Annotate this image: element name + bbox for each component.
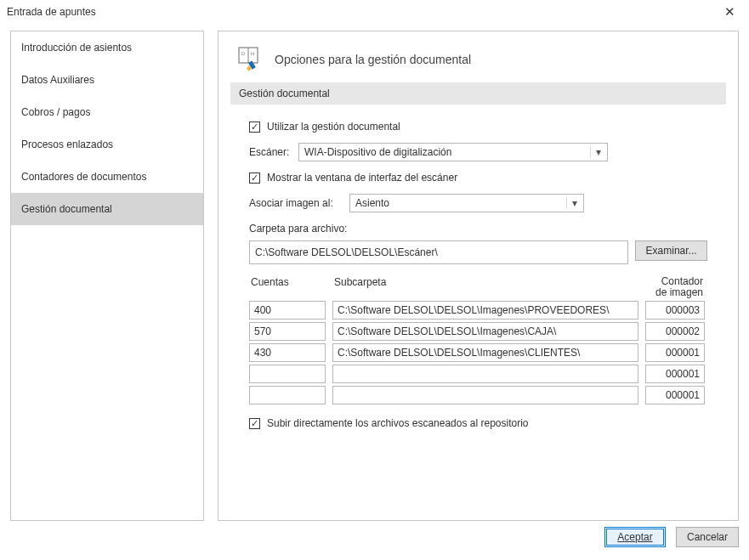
svg-text:H: H <box>251 51 254 56</box>
combo-asociar[interactable]: Asiento ▾ <box>349 194 584 212</box>
window-title: Entrada de apuntes <box>7 6 96 18</box>
cell-cuenta[interactable]: 430 <box>249 343 326 362</box>
cell-contador[interactable]: 000003 <box>645 301 705 320</box>
chevron-down-icon: ▾ <box>590 146 604 158</box>
combo-scanner[interactable]: WIA-Dispositivo de digitalización ▾ <box>298 143 608 161</box>
cell-cuenta[interactable]: 400 <box>249 301 326 320</box>
sidebar-item-cobros-pagos[interactable]: Cobros / pagos <box>11 96 203 128</box>
browse-button[interactable]: Examinar... <box>635 240 707 261</box>
section-header: Gestión documental <box>230 82 726 105</box>
combo-scanner-value: WIA-Dispositivo de digitalización <box>304 146 451 158</box>
document-scan-icon: D H <box>237 47 263 72</box>
combo-asociar-value: Asiento <box>355 197 389 209</box>
col-header-cuentas: Cuentas <box>249 276 326 298</box>
cell-subcarpeta[interactable]: C:\Software DELSOL\DELSOL\Imagenes\CLIEN… <box>332 343 638 362</box>
checkbox-show-interface[interactable] <box>249 173 260 184</box>
accept-button[interactable]: Aceptar <box>604 527 666 547</box>
svg-text:D: D <box>241 51 246 56</box>
label-asociar: Asociar imagen al: <box>249 197 343 209</box>
cell-subcarpeta[interactable] <box>332 365 638 383</box>
label-show-interface: Mostrar la ventana de interfaz del escán… <box>267 172 457 184</box>
accounts-grid: Cuentas Subcarpeta Contador de imagen 40… <box>249 276 707 404</box>
chevron-down-icon: ▾ <box>566 197 580 209</box>
label-folder: Carpeta para archivo: <box>249 223 347 235</box>
label-upload-repository: Subir directamente los archivos escanead… <box>267 417 529 429</box>
content-panel: D H Opciones para la gestión documental … <box>218 31 739 521</box>
cell-cuenta[interactable] <box>249 386 326 404</box>
cell-cuenta[interactable]: 570 <box>249 322 326 341</box>
sidebar-item-procesos-enlazados[interactable]: Procesos enlazados <box>11 128 203 161</box>
sidebar-item-gestion-documental[interactable]: Gestión documental <box>11 193 203 225</box>
cell-subcarpeta[interactable] <box>332 386 638 404</box>
sidebar-item-introduccion[interactable]: Introducción de asientos <box>11 31 203 64</box>
col-header-contador: Contador de imagen <box>645 276 705 298</box>
close-icon[interactable]: ✕ <box>715 3 744 21</box>
cell-contador[interactable]: 000001 <box>645 386 705 404</box>
cancel-button[interactable]: Cancelar <box>676 527 739 547</box>
cell-contador[interactable]: 000002 <box>645 322 705 341</box>
cell-subcarpeta[interactable]: C:\Software DELSOL\DELSOL\Imagenes\CAJA\ <box>332 322 638 341</box>
checkbox-upload-repository[interactable] <box>249 418 260 429</box>
col-header-subcarpeta: Subcarpeta <box>332 276 638 298</box>
label-use-gestion: Utilizar la gestión documental <box>267 121 400 133</box>
input-folder-path[interactable]: C:\Software DELSOL\DELSOL\Escáner\ <box>249 240 628 264</box>
cell-cuenta[interactable] <box>249 365 326 383</box>
cell-subcarpeta[interactable]: C:\Software DELSOL\DELSOL\Imagenes\PROVE… <box>332 301 638 320</box>
cell-contador[interactable]: 000001 <box>645 365 705 383</box>
page-title: Opciones para la gestión documental <box>275 53 471 66</box>
checkbox-use-gestion[interactable] <box>249 122 260 133</box>
label-scanner: Escáner: <box>249 146 292 158</box>
sidebar-item-datos-auxiliares[interactable]: Datos Auxiliares <box>11 64 203 96</box>
cell-contador[interactable]: 000001 <box>645 343 705 362</box>
sidebar: Introducción de asientos Datos Auxiliare… <box>10 31 204 521</box>
sidebar-item-contadores[interactable]: Contadores de documentos <box>11 161 203 193</box>
